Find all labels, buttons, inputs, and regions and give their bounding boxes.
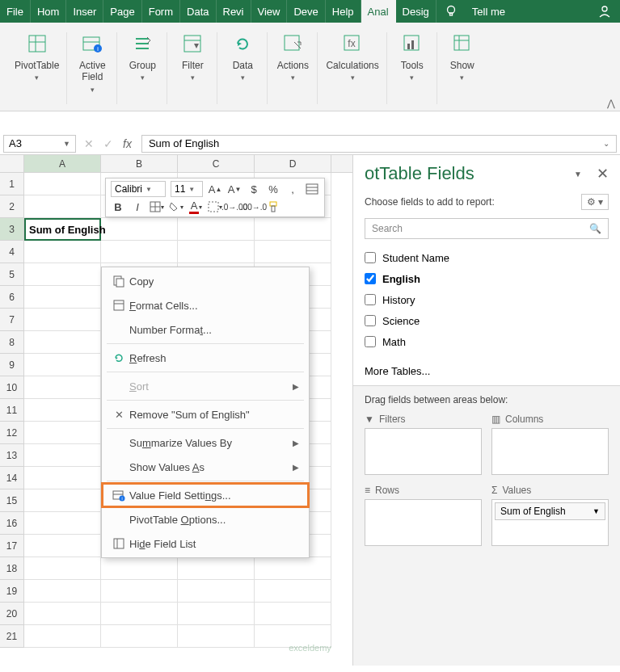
field-english[interactable]: English [365, 268, 609, 289]
row-header[interactable]: 6 [0, 286, 24, 309]
ctx-summarize[interactable]: Summarize Values By ▶ [102, 430, 309, 455]
bold-icon[interactable]: B [111, 200, 125, 214]
cell[interactable] [24, 467, 101, 489]
gear-icon[interactable]: ⚙ ▾ [581, 194, 609, 210]
cell[interactable] [255, 557, 331, 580]
row-header[interactable]: 9 [0, 354, 24, 376]
cell[interactable] [24, 173, 101, 195]
table-format-icon[interactable] [305, 182, 319, 196]
cell[interactable] [24, 376, 101, 399]
cell[interactable] [101, 241, 178, 263]
cell[interactable] [24, 263, 101, 286]
cell[interactable]: Sum of English [24, 218, 101, 241]
ctx-hide-field-list[interactable]: Hide Field List [102, 531, 309, 556]
ctx-format-cells[interactable]: Format Cells... [102, 293, 309, 317]
filters-area[interactable]: ▼Filters [365, 414, 482, 475]
ribbon-actions[interactable]: Actions▾ [268, 26, 318, 111]
row-header[interactable]: 20 [0, 603, 24, 625]
cell[interactable] [178, 241, 255, 263]
select-all-cell[interactable] [0, 155, 24, 172]
ribbon-filter[interactable]: Filter▾ [167, 26, 217, 111]
ribbon-show[interactable]: Show▾ [437, 26, 487, 111]
row-header[interactable]: 19 [0, 580, 24, 603]
tab-file[interactable]: File [0, 0, 31, 23]
ribbon-tools[interactable]: Tools▾ [387, 26, 437, 111]
account-icon[interactable] [589, 0, 620, 23]
cell[interactable] [255, 218, 331, 241]
cell[interactable] [255, 580, 331, 603]
cell[interactable] [101, 218, 178, 241]
cell[interactable] [24, 625, 101, 648]
row-header[interactable]: 3 [0, 218, 24, 241]
cell[interactable] [24, 557, 101, 580]
cell[interactable] [178, 218, 255, 241]
col-header-D[interactable]: D [255, 155, 331, 172]
font-size-combo[interactable]: 11▼ [171, 181, 203, 197]
ctx-number-format[interactable]: Number Format... [102, 317, 309, 342]
tab-data[interactable]: Data [180, 0, 216, 23]
value-field-pill[interactable]: Sum of English▼ [495, 502, 605, 520]
row-header[interactable]: 2 [0, 195, 24, 218]
cell[interactable] [178, 557, 255, 580]
field-math[interactable]: Math [365, 331, 609, 352]
ctx-refresh[interactable]: Refresh [102, 346, 309, 370]
field-student-name[interactable]: Student Name [365, 247, 609, 268]
increase-decimal-icon[interactable]: .0→.00 [227, 200, 242, 214]
cell[interactable] [24, 512, 101, 535]
field-checkbox[interactable] [365, 336, 376, 347]
cell[interactable] [101, 603, 178, 625]
cell[interactable] [24, 286, 101, 309]
rows-area[interactable]: ≡Rows [365, 485, 482, 546]
cell[interactable] [255, 603, 331, 625]
accounting-format-icon[interactable]: $ [247, 182, 261, 196]
cell[interactable] [24, 444, 101, 467]
format-painter-icon[interactable] [266, 200, 280, 214]
percent-format-icon[interactable]: % [266, 182, 280, 196]
values-area[interactable]: ΣValues Sum of English▼ [491, 485, 609, 546]
comma-format-icon[interactable]: , [285, 182, 300, 196]
row-header[interactable]: 16 [0, 512, 24, 535]
row-header[interactable]: 13 [0, 444, 24, 467]
tab-anal[interactable]: Anal [361, 0, 396, 23]
expand-formula-icon[interactable]: ⌄ [603, 139, 609, 148]
cell[interactable] [101, 557, 178, 580]
ribbon-group[interactable]: Group▾ [117, 26, 167, 111]
field-checkbox[interactable] [365, 315, 376, 326]
chevron-down-icon[interactable]: ▼ [63, 140, 70, 148]
cell[interactable] [101, 625, 178, 648]
tab-form[interactable]: Form [142, 0, 180, 23]
field-history[interactable]: History [365, 289, 609, 310]
row-header[interactable]: 14 [0, 467, 24, 489]
row-header[interactable]: 15 [0, 489, 24, 512]
field-checkbox[interactable] [365, 273, 376, 284]
col-header-C[interactable]: C [178, 155, 255, 172]
decrease-font-icon[interactable]: A▼ [227, 182, 242, 196]
decrease-decimal-icon[interactable]: .00→.0 [247, 200, 261, 214]
cell[interactable] [24, 399, 101, 422]
col-header-A[interactable]: A [24, 155, 101, 172]
row-header[interactable]: 12 [0, 422, 24, 444]
cell[interactable] [24, 309, 101, 331]
cell[interactable] [24, 580, 101, 603]
borders-icon[interactable]: ▾ [150, 200, 164, 214]
font-name-combo[interactable]: Calibri▼ [111, 181, 166, 197]
row-header[interactable]: 18 [0, 557, 24, 580]
cell[interactable] [24, 241, 101, 263]
name-box[interactable]: A3 ▼ [3, 135, 76, 153]
row-header[interactable]: 11 [0, 399, 24, 422]
pane-chevron-down-icon[interactable]: ▼ [574, 170, 582, 178]
ctx-remove[interactable]: ✕ Remove "Sum of English" [102, 402, 309, 426]
row-header[interactable]: 7 [0, 309, 24, 331]
row-header[interactable]: 21 [0, 625, 24, 648]
cell[interactable] [101, 580, 178, 603]
cell[interactable] [24, 331, 101, 354]
field-science[interactable]: Science [365, 310, 609, 331]
fx-icon[interactable]: fx [123, 137, 132, 150]
cell[interactable] [255, 625, 331, 648]
cell[interactable] [24, 195, 101, 218]
cell[interactable] [24, 489, 101, 512]
cell[interactable] [24, 422, 101, 444]
ctx-copy[interactable]: Copy [102, 269, 309, 293]
row-header[interactable]: 1 [0, 173, 24, 195]
ctx-value-field-settings[interactable]: i Value Field Settings... [102, 483, 309, 507]
